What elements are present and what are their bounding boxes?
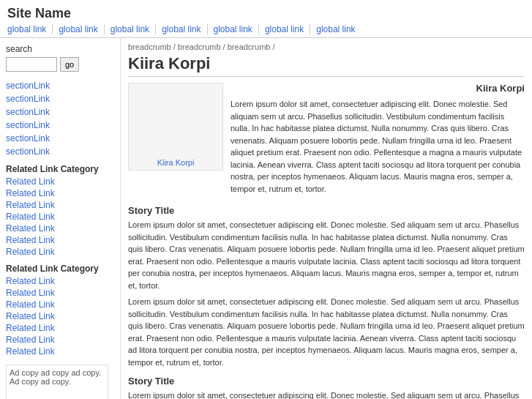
global-link-1[interactable]: global link [53,24,104,34]
story-body2-0: Lorem ipsum dolor sit amet, consectetuer… [128,296,525,368]
global-nav: global linkglobal linkglobal linkglobal … [7,24,525,34]
section-links: sectionLinksectionLinksectionLinksection… [6,79,114,158]
profile-section: Kiira Korpi Kiira Korpi Lorem ipsum dolo… [128,83,525,195]
story-title-1: Story Title [128,376,525,387]
story-title-0: Story Title [128,205,525,216]
global-link-0[interactable]: global link [7,24,53,34]
section-link-0[interactable]: sectionLink [6,79,114,92]
related-link-1-0[interactable]: Related Link [6,176,114,187]
related-link-1-3[interactable]: Related Link [6,211,114,223]
related-link-2-0[interactable]: Related Link [6,275,114,287]
related-link-2-2[interactable]: Related Link [6,299,114,310]
related-link-2-1[interactable]: Related Link [6,287,114,299]
global-link-3[interactable]: global link [156,24,207,34]
sidebar: search go sectionLinksectionLinksectionL… [0,38,121,399]
section-link-5[interactable]: sectionLink [6,145,114,158]
breadcrumb-text: breadcrumb / breadcrumb / breadcrumb / [128,42,275,51]
main-content: breadcrumb / breadcrumb / breadcrumb / K… [121,38,532,399]
story-body1-1: Lorem ipsum dolor sit amet, consectetuer… [128,389,525,399]
story-body1-0: Lorem ipsum dolor sit amet, consectetuer… [128,219,525,291]
related-category-1: Related Link CategoryRelated LinkRelated… [6,164,114,258]
related-link-1-2[interactable]: Related Link [6,199,114,211]
ad-box: Ad copy ad copy ad copy. Ad copy ad copy… [6,365,108,399]
related-link-2-4[interactable]: Related Link [6,322,114,334]
related-category-label-1: Related Link Category [6,164,114,174]
breadcrumb: breadcrumb / breadcrumb / breadcrumb / [128,42,525,51]
page-title: Kiira Korpi [128,54,525,77]
search-button[interactable]: go [60,57,79,72]
related-link-2-3[interactable]: Related Link [6,310,114,322]
search-input[interactable] [6,57,57,72]
site-name: Site Name [7,6,525,21]
global-link-2[interactable]: global link [105,24,156,34]
search-label: search [6,44,114,54]
section-link-2[interactable]: sectionLink [6,105,114,119]
profile-description: Lorem ipsum dolor sit amet, consectetuer… [231,98,525,195]
related-link-2-5[interactable]: Related Link [6,334,114,346]
related-category-label-2: Related Link Category [6,264,114,274]
profile-image-box: Kiira Korpi [128,83,223,171]
global-link-4[interactable]: global link [208,24,259,34]
ad-text: Ad copy ad copy ad copy. Ad copy ad copy… [10,368,101,386]
section-link-4[interactable]: sectionLink [6,132,114,145]
related-link-1-5[interactable]: Related Link [6,234,114,246]
profile-text-area: Kiira Korpi Lorem ipsum dolor sit amet, … [231,83,525,195]
related-link-2-6[interactable]: Related Link [6,346,114,357]
global-link-6[interactable]: global link [310,24,361,34]
related-link-1-6[interactable]: Related Link [6,246,114,258]
header: Site Name global linkglobal linkglobal l… [0,0,532,38]
profile-image-caption[interactable]: Kiira Korpi [157,158,195,167]
related-link-1-1[interactable]: Related Link [6,187,114,199]
section-link-1[interactable]: sectionLink [6,92,114,105]
stories: Story TitleLorem ipsum dolor sit amet, c… [128,205,525,399]
global-link-5[interactable]: global link [259,24,310,34]
search-row: go [6,57,114,72]
related-link-1-4[interactable]: Related Link [6,223,114,234]
related-category-2: Related Link CategoryRelated LinkRelated… [6,264,114,357]
section-link-3[interactable]: sectionLink [6,119,114,132]
layout: search go sectionLinksectionLinksectionL… [0,38,532,399]
profile-name: Kiira Korpi [231,83,525,94]
